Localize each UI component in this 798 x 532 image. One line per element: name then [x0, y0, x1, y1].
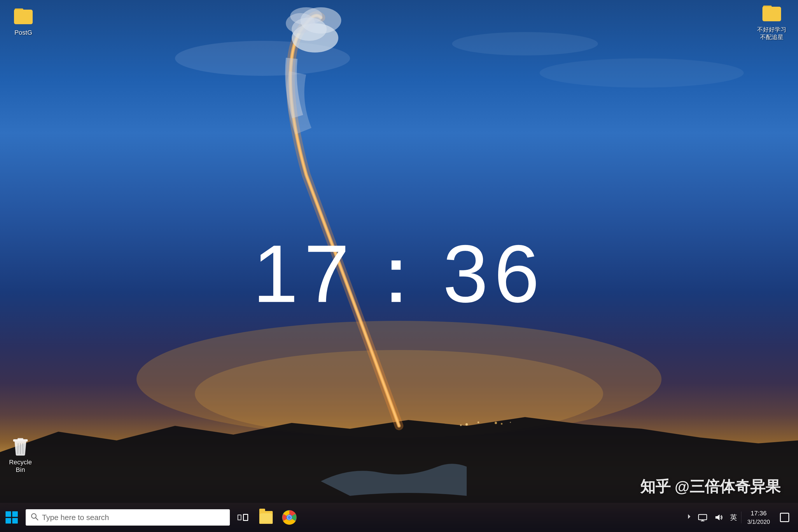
svg-marker-32 [716, 514, 720, 520]
taskbar: Type here to search [0, 503, 798, 532]
svg-point-7 [477, 421, 479, 423]
svg-rect-18 [18, 438, 23, 440]
svg-point-2 [539, 58, 744, 88]
clock-time: 17：36 [253, 228, 546, 319]
tray-network-icon[interactable] [696, 512, 710, 522]
recycle-bin-label: Recycle Bin [6, 458, 35, 474]
svg-point-16 [290, 7, 322, 25]
notification-icon [780, 513, 789, 522]
tray-date: 3/1/2020 [747, 518, 770, 526]
postg-icon [13, 6, 34, 27]
tray-clock[interactable]: 17:36 3/1/2020 [744, 509, 774, 526]
study-folder-icon [761, 3, 782, 24]
svg-point-9 [495, 422, 497, 424]
postg-label: PostG [6, 28, 41, 37]
desktop-icon-study[interactable]: 不好好学习不配追星 [751, 3, 792, 41]
desktop-clock: 17：36 [253, 220, 546, 330]
system-tray: 英 17:36 3/1/2020 [685, 509, 798, 526]
taskbar-file-explorer[interactable] [254, 503, 278, 532]
svg-point-11 [510, 422, 511, 423]
svg-point-1 [452, 32, 598, 55]
task-view-icon [238, 514, 248, 521]
search-icon [30, 512, 38, 522]
search-bar[interactable]: Type here to search [26, 509, 230, 526]
taskbar-chrome[interactable] [278, 503, 301, 532]
svg-line-23 [36, 518, 38, 520]
desktop-icon-postg[interactable]: PostG [6, 6, 41, 37]
desktop: 17：36 PostG 不好好学习不配追星 [0, 0, 798, 532]
recycle-bin-icon [12, 436, 29, 457]
svg-line-21 [23, 443, 23, 454]
svg-point-10 [501, 423, 502, 425]
windows-logo-icon [5, 511, 18, 524]
tray-time: 17:36 [751, 509, 767, 518]
svg-rect-29 [699, 514, 707, 520]
tray-volume-icon[interactable] [712, 512, 726, 522]
svg-marker-28 [688, 514, 690, 519]
file-explorer-icon [259, 511, 273, 524]
svg-point-8 [460, 424, 462, 426]
tray-language-indicator[interactable]: 英 [728, 513, 739, 522]
svg-point-27 [288, 516, 291, 519]
tray-notification-button[interactable] [776, 513, 793, 522]
start-button[interactable] [0, 503, 23, 532]
chrome-icon [282, 510, 297, 525]
tray-show-hidden-button[interactable] [685, 512, 693, 523]
desktop-icon-recycle-bin[interactable]: Recycle Bin [6, 436, 35, 474]
watermark: 知乎 @三倍体奇异果 [640, 477, 780, 497]
watermark-text: 知乎 @三倍体奇异果 [640, 478, 780, 495]
task-view-button[interactable] [231, 503, 254, 532]
svg-line-19 [18, 443, 18, 454]
study-label: 不好好学习不配追星 [751, 26, 792, 41]
language-label: 英 [730, 513, 737, 521]
svg-point-6 [466, 423, 468, 425]
search-placeholder: Type here to search [42, 513, 109, 522]
tray-separator [741, 512, 741, 523]
